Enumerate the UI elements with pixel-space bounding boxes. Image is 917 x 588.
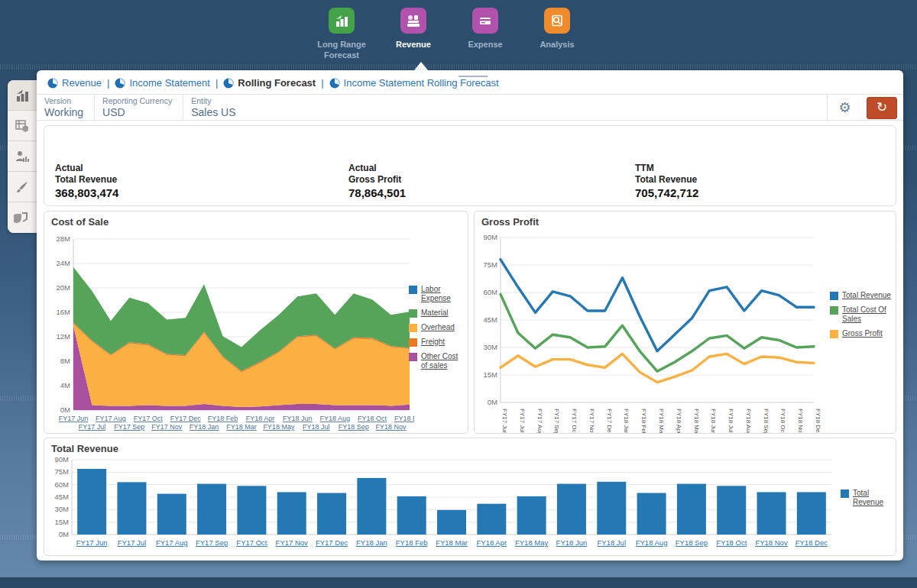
breadcrumb-item-income-statement[interactable]: Income Statement [115, 77, 210, 89]
tab-analysis[interactable]: Analysis [527, 8, 587, 61]
x-axis-label[interactable]: FY18 Oct [716, 538, 747, 547]
x-axis-label[interactable]: FY18 Nov [797, 409, 804, 433]
x-axis-label[interactable]: FY18 Jan [623, 409, 630, 433]
x-axis-label[interactable]: FY17 Aug [96, 415, 126, 422]
x-axis-label[interactable]: FY17 Sep [196, 538, 228, 547]
x-axis-label[interactable]: FY17 Oct [571, 409, 578, 433]
breadcrumb-item-income-statement-rolling-forecast[interactable]: Income Statement Rolling Forecast [329, 77, 499, 89]
x-axis-label[interactable]: FY18 Sep [339, 423, 369, 431]
x-axis-label[interactable]: FY17 Oct [134, 415, 164, 422]
x-axis-label[interactable]: FY18 Mar [436, 538, 468, 547]
x-axis-label[interactable]: FY18 Aug [745, 409, 752, 433]
legend-item[interactable]: Material [409, 309, 464, 318]
x-axis-label[interactable]: FY18 Sep [676, 538, 708, 547]
legend-item[interactable]: Other Cost of sales [409, 352, 464, 370]
tab-long-range-forecast[interactable]: Long Range Forecast [312, 8, 371, 61]
x-axis-label[interactable]: FY18 Sep [763, 409, 770, 433]
bar-FY18 May[interactable] [517, 496, 546, 535]
x-axis-label[interactable]: FY18 Aug [636, 538, 668, 547]
x-axis-label[interactable]: FY18 Jul [598, 538, 627, 547]
gear-icon[interactable]: ⚙ [827, 95, 862, 120]
kpi-tile-actual-gross-profit[interactable]: Actual Gross Profit 78,864,501 [348, 163, 406, 199]
x-axis-label[interactable]: FY18 Aug [319, 415, 350, 422]
x-axis-label[interactable]: FY17 Oct [236, 538, 267, 547]
bar-FY17 Nov[interactable] [277, 492, 306, 535]
legend-item[interactable]: Gross Profit [830, 329, 893, 338]
x-axis-label[interactable]: FY17 Aug [536, 409, 543, 433]
x-axis-label[interactable]: FY18 Jun [283, 415, 313, 422]
x-axis-label[interactable]: FY17 Sep [553, 409, 560, 433]
legend-item[interactable]: Total Revenue [841, 489, 897, 507]
x-axis-label[interactable]: FY18 Jul [727, 409, 734, 433]
x-axis-label[interactable]: FY18 Oct [779, 409, 786, 433]
x-axis-label[interactable]: FY17 Sep [114, 423, 144, 431]
legend-item[interactable]: Freight [409, 338, 464, 347]
bar-FY17 Aug[interactable] [157, 494, 186, 535]
x-axis-label[interactable]: FY18 Apr [477, 538, 507, 547]
refresh-button[interactable]: ↻ [867, 97, 897, 119]
x-axis-label[interactable]: FY17 Jul [118, 538, 147, 547]
bar-FY18 Feb[interactable] [397, 496, 426, 535]
rail-dashboard-chart-button[interactable] [8, 80, 37, 111]
x-axis-label[interactable]: FY18 Mar [226, 423, 257, 431]
x-axis-label[interactable]: FY18 May [693, 409, 700, 433]
x-axis-label[interactable]: FY18 Nov [755, 538, 787, 547]
rail-analytics-user-button[interactable] [8, 141, 37, 172]
x-axis-label[interactable]: FY18 May [263, 423, 295, 431]
tab-revenue[interactable]: Revenue [384, 8, 443, 61]
x-axis-label[interactable]: FY18 Dec [394, 415, 414, 422]
bar-FY18 Oct[interactable] [717, 486, 746, 535]
bar-FY17 Dec[interactable] [317, 493, 346, 535]
bar-FY17 Oct[interactable] [237, 486, 266, 535]
breadcrumb-item-revenue[interactable]: Revenue [47, 77, 102, 89]
bar-FY18 Jul[interactable] [597, 482, 626, 535]
bar-FY18 Dec[interactable] [797, 492, 826, 535]
x-axis-label[interactable]: FY18 Jul [303, 423, 330, 431]
bar-FY18 Mar[interactable] [437, 510, 466, 535]
x-axis-label[interactable]: FY18 May [515, 538, 549, 547]
rail-refresh-shapes-button[interactable] [8, 202, 37, 233]
x-axis-label[interactable]: FY17 Dec [316, 538, 348, 547]
x-axis-label[interactable]: FY17 Jun [59, 415, 89, 422]
x-axis-label[interactable]: FY17 Nov [588, 409, 595, 433]
pov-reporting-currency[interactable]: Reporting Currency USD [95, 95, 183, 120]
bar-FY18 Jun[interactable] [557, 484, 586, 535]
x-axis-label[interactable]: FY18 Jan [190, 423, 219, 431]
bar-FY18 Jan[interactable] [357, 478, 386, 535]
x-axis-label[interactable]: FY18 Jun [710, 409, 717, 433]
x-axis-label[interactable]: FY17 Jul [519, 409, 526, 433]
x-axis-label[interactable]: FY18 Dec [795, 538, 828, 547]
bar-FY17 Sep[interactable] [197, 484, 226, 535]
rail-data-grid-button[interactable] [8, 111, 37, 141]
x-axis-label[interactable]: FY17 Nov [151, 423, 183, 431]
rail-format-brush-button[interactable] [8, 172, 37, 202]
x-axis-label[interactable]: FY18 Apr [676, 409, 682, 433]
x-axis-label[interactable]: FY17 Jun [501, 409, 508, 433]
x-axis-label[interactable]: FY17 Nov [276, 538, 308, 547]
bar-FY17 Jun[interactable] [77, 469, 106, 535]
legend-item[interactable]: Overhead [409, 323, 464, 332]
x-axis-label[interactable]: FY18 Feb [208, 415, 238, 422]
x-axis-label[interactable]: FY17 Dec [606, 409, 613, 433]
x-axis-label[interactable]: FY18 Jan [356, 538, 387, 547]
tab-expense[interactable]: Expense [455, 8, 515, 61]
legend-item[interactable]: Labor Expense [409, 285, 464, 303]
bar-FY18 Aug[interactable] [637, 493, 666, 535]
x-axis-label[interactable]: FY18 Dec [815, 409, 821, 433]
x-axis-label[interactable]: FY18 Oct [358, 415, 387, 422]
x-axis-label[interactable]: FY18 Jun [556, 538, 588, 547]
x-axis-label[interactable]: FY18 Apr [246, 415, 275, 422]
bar-FY18 Apr[interactable] [477, 504, 506, 535]
kpi-tile-ttm-total-revenue[interactable]: TTM Total Revenue 705,742,712 [635, 163, 698, 199]
bar-FY17 Jul[interactable] [117, 482, 146, 535]
kpi-tile-actual-total-revenue[interactable]: Actual Total Revenue 368,803,474 [55, 163, 118, 199]
x-axis-label[interactable]: FY18 Mar [658, 409, 665, 433]
bar-FY18 Nov[interactable] [757, 492, 786, 535]
breadcrumb-item-rolling-forecast[interactable]: Rolling Forecast [223, 77, 316, 89]
legend-item[interactable]: Total Revenue [830, 291, 893, 300]
x-axis-label[interactable]: FY17 Dec [170, 415, 202, 422]
pov-entity[interactable]: Entity Sales US [183, 95, 290, 120]
bar-FY18 Sep[interactable] [677, 484, 706, 535]
x-axis-label[interactable]: FY18 Feb [396, 538, 428, 547]
x-axis-label[interactable]: FY18 Nov [376, 423, 407, 431]
